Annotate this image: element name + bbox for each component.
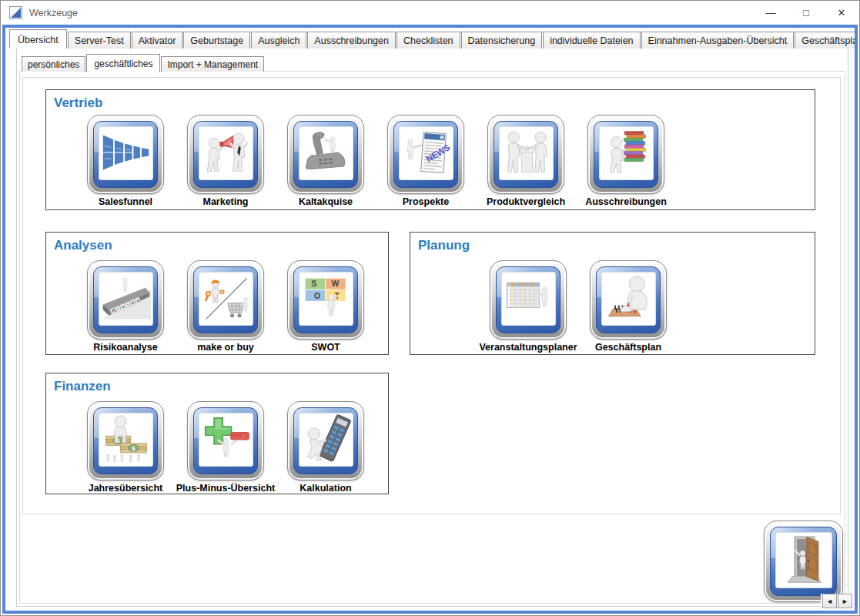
group-title-analysen: Analysen <box>54 238 388 253</box>
jahres-bersicht-button[interactable] <box>87 401 164 480</box>
tile-swot: SWOT <box>276 260 376 353</box>
kalkulation-icon <box>300 413 353 466</box>
tile-label: Salesfunnel <box>99 196 152 207</box>
tile-plus-minus-bersicht: Plus-Minus-Übersicht <box>176 401 276 494</box>
tile-label: Jahresübersicht <box>89 483 163 494</box>
jahresuebersicht-icon <box>100 413 152 466</box>
plus-minus-uebersicht-icon <box>200 413 253 466</box>
prospekte-button[interactable] <box>387 115 464 194</box>
kalkulation-button[interactable] <box>287 401 364 480</box>
tile-produktvergleich: Produktvergleich <box>476 115 576 207</box>
tile-label: Plus-Minus-Übersicht <box>176 483 276 494</box>
tile-label: Veranstaltungsplaner <box>479 342 577 353</box>
tile-kalkulation: Kalkulation <box>276 401 376 494</box>
content-panel: Vertrieb Salesfunnel Marketing <box>22 77 841 514</box>
group-title-planung: Planung <box>418 238 815 253</box>
tile-jahres-bersicht: Jahresübersicht <box>75 401 176 494</box>
tile-label: Marketing <box>202 196 248 207</box>
tiles-row-finanzen: Jahresübersicht Plus-Minus-Übersicht Kal… <box>46 401 388 494</box>
tile-risikoanalyse: Risikoanalyse <box>75 260 176 353</box>
tab-scroller: ◄ ► <box>821 594 852 608</box>
produktvergleich-button[interactable] <box>487 115 564 194</box>
group-planung: Planung Veranstaltungsplaner Geschäftspl… <box>410 232 815 355</box>
main-tab-geburtstage[interactable]: Geburtstage <box>183 32 250 49</box>
salesfunnel-icon <box>100 127 152 179</box>
risikoanalyse-icon <box>100 273 152 325</box>
tab-scroll-left-icon[interactable]: ◄ <box>822 594 837 608</box>
main-tab-gesch-ftsplan[interactable]: Geschäftsplan <box>795 32 855 49</box>
exit-button[interactable] <box>764 521 843 602</box>
tile-make-or-buy: make or buy <box>176 260 276 353</box>
sub-tab-gesch-ftliches[interactable]: geschäftliches <box>86 54 160 72</box>
sub-tab-strip: persönlichesgeschäftlichesImport + Manag… <box>22 53 817 72</box>
main-tab-ausschreibungen[interactable]: Ausschreibungen <box>307 32 396 49</box>
group-title-vertrieb: Vertrieb <box>54 95 815 111</box>
gesch-ftsplan-button[interactable] <box>590 260 667 340</box>
marketing-icon <box>200 127 253 179</box>
kaltakquise-button[interactable] <box>287 115 364 194</box>
tiles-row-analysen: Risikoanalyse make or buy SWOT <box>46 260 388 353</box>
app-window: Werkzeuge — □ ✕ ÜbersichtServer-TestAkti… <box>0 0 860 616</box>
tile-marketing: Marketing <box>176 115 276 207</box>
tile-label: SWOT <box>311 342 340 353</box>
veranstaltungsplaner-button[interactable] <box>490 260 567 340</box>
swot-icon <box>300 273 353 325</box>
produktvergleich-icon <box>500 127 553 179</box>
tile-label: Geschäftsplan <box>595 342 661 353</box>
salesfunnel-button[interactable] <box>87 115 164 194</box>
main-tab-strip: ÜbersichtServer-TestAktivatorGeburtstage… <box>5 28 855 49</box>
minimize-button[interactable]: — <box>753 1 788 25</box>
main-tab-checklisten[interactable]: Checklisten <box>397 32 460 49</box>
group-title-finanzen: Finanzen <box>54 379 388 394</box>
make-or-buy-icon <box>200 273 253 325</box>
geschaeftsplan-icon <box>603 273 655 325</box>
make-or-buy-button[interactable] <box>187 260 264 340</box>
risikoanalyse-button[interactable] <box>87 260 164 340</box>
exit-button-area <box>764 521 843 602</box>
marketing-button[interactable] <box>187 115 264 194</box>
window-title: Werkzeuge <box>29 8 78 18</box>
close-button[interactable]: ✕ <box>824 1 859 25</box>
client-area: ÜbersichtServer-TestAktivatorGeburtstage… <box>2 25 858 614</box>
tile-label: Produktvergleich <box>487 196 565 207</box>
main-tab-datensicherung[interactable]: Datensicherung <box>461 32 543 49</box>
swot-button[interactable] <box>287 260 364 340</box>
app-icon <box>9 6 22 19</box>
sub-tab-page: Vertrieb Salesfunnel Marketing <box>19 71 845 604</box>
exit-door-icon <box>778 534 830 587</box>
tile-label: Kalkulation <box>299 483 351 494</box>
main-tab-individuelle-dateien[interactable]: individuelle Dateien <box>543 32 640 49</box>
tile-salesfunnel: Salesfunnel <box>75 115 176 207</box>
tile-label: make or buy <box>197 342 254 353</box>
tile-kaltakquise: Kaltakquise <box>276 115 376 207</box>
tile-label: Kaltakquise <box>299 196 353 207</box>
main-tab-aktivator[interactable]: Aktivator <box>132 32 183 49</box>
tile-label: Ausschreibungen <box>585 196 667 207</box>
main-tab-page: persönlichesgeschäftlichesImport + Manag… <box>16 48 848 607</box>
tile-label: Prospekte <box>403 196 449 207</box>
tile-veranstaltungsplaner: Veranstaltungsplaner <box>478 260 578 353</box>
sub-tab-import-management[interactable]: Import + Management <box>161 56 264 72</box>
kaltakquise-icon <box>300 127 353 179</box>
main-tab-einnahmen-ausgaben-bersicht[interactable]: Einnahmen-Ausgaben-Übersicht <box>641 32 795 49</box>
plus-minus-bersicht-button[interactable] <box>187 401 264 480</box>
main-tab-ausgleich[interactable]: Ausgleich <box>251 32 306 49</box>
group-analysen: Analysen Risikoanalyse make or buy <box>45 232 389 355</box>
main-tab-bersicht[interactable]: Übersicht <box>9 29 67 49</box>
tab-scroll-right-icon[interactable]: ► <box>838 594 852 608</box>
veranstaltungsplaner-icon <box>503 273 555 325</box>
tile-ausschreibungen: Ausschreibungen <box>576 115 676 207</box>
tile-gesch-ftsplan: Geschäftsplan <box>578 260 678 353</box>
tile-label: Risikoanalyse <box>93 342 157 353</box>
window-controls: — □ ✕ <box>753 1 859 25</box>
tiles-row-planung: Veranstaltungsplaner Geschäftsplan <box>410 260 815 353</box>
group-finanzen: Finanzen Jahresübersicht Plus-Minus-Über… <box>45 373 389 494</box>
sub-tab-pers-nliches[interactable]: persönliches <box>22 56 85 72</box>
group-vertrieb: Vertrieb Salesfunnel Marketing <box>45 89 815 210</box>
tiles-row-vertrieb: Salesfunnel Marketing Kaltakquise <box>46 115 815 207</box>
prospekte-icon <box>400 127 453 179</box>
ausschreibungen-icon <box>601 127 653 179</box>
main-tab-server-test[interactable]: Server-Test <box>68 32 131 49</box>
maximize-button[interactable]: □ <box>788 1 824 25</box>
ausschreibungen-button[interactable] <box>587 115 664 194</box>
